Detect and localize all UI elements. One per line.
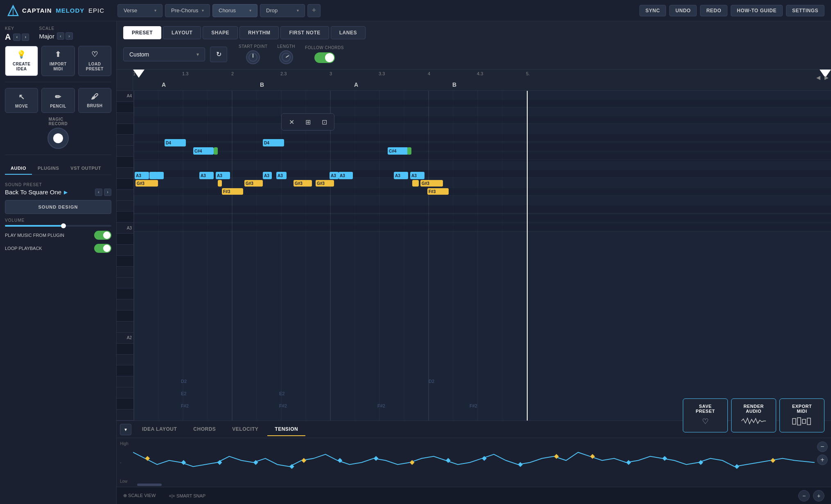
follow-chords-toggle[interactable] <box>314 52 335 63</box>
magic-record-button[interactable] <box>47 128 69 149</box>
preset-tab-lanes[interactable]: LANES <box>331 26 366 39</box>
start-point-knob[interactable] <box>246 50 260 64</box>
note-a3-10[interactable]: A3 <box>394 172 408 179</box>
preset-next-button[interactable]: › <box>104 189 111 196</box>
preset-dropdown[interactable]: Custom ▾ <box>123 47 205 61</box>
export-midi-button[interactable]: EXPORTMIDI <box>779 398 824 432</box>
tab-verse[interactable]: Verse ▾ <box>117 4 163 17</box>
note-a3-5[interactable]: A3 <box>216 172 230 179</box>
note-a3-3[interactable] <box>156 172 164 179</box>
length-knob[interactable] <box>279 50 293 64</box>
note-a3-1[interactable]: A3 <box>135 172 149 179</box>
start-marker[interactable] <box>133 70 145 78</box>
note-gs3-2[interactable]: G#3 <box>244 180 263 187</box>
tension-high: High <box>120 441 134 446</box>
collapse-button[interactable]: ▾ <box>120 424 131 435</box>
tab-velocity[interactable]: VELOCITY <box>225 423 266 436</box>
scale-name: Major <box>39 33 54 40</box>
tab-idea-layout[interactable]: IDEA LAYOUT <box>135 423 184 436</box>
tension-zoom-out-button[interactable]: − <box>817 441 828 452</box>
svg-rect-25 <box>134 134 831 142</box>
settings-button[interactable]: SETTINGS <box>786 5 824 16</box>
preset-prev-button[interactable]: ‹ <box>95 189 102 196</box>
sound-preset-row: Back To Square One ▶ ‹ › <box>5 189 111 196</box>
note-cs4-1[interactable]: C#4 <box>193 147 214 155</box>
bar-3: 3 <box>330 71 332 76</box>
note-d4-2[interactable]: D4 <box>263 139 284 146</box>
scale-view-text[interactable]: ⊕ SCALE VIEW <box>123 493 156 498</box>
note-a3-6[interactable]: A3 <box>330 172 339 179</box>
preset-tab-first-note[interactable]: FIRST NOTE <box>280 26 329 39</box>
sidebar-tab-vst-output[interactable]: VST OUTPUT <box>65 162 107 175</box>
key-next-button[interactable]: › <box>22 34 29 41</box>
scale-next-button[interactable]: › <box>65 32 73 40</box>
brush-tool-button[interactable]: 🖌 BRUSH <box>78 88 111 113</box>
note-d4-1[interactable]: D4 <box>165 139 186 146</box>
scroll-right-button[interactable]: ▶ <box>824 74 829 81</box>
add-section-button[interactable]: + <box>307 4 321 17</box>
tab-tension[interactable]: TENSION <box>267 423 305 436</box>
note-fs3-2[interactable]: F#3 <box>427 188 449 195</box>
undo-button[interactable]: UNDO <box>669 5 697 16</box>
note-a3-4[interactable]: A3 <box>199 172 214 179</box>
save-preset-button[interactable]: SAVEPRESET ♡ <box>683 398 728 432</box>
note-gs3-small[interactable] <box>218 180 222 187</box>
scroll-left-button[interactable]: ◀ <box>816 74 820 81</box>
zoom-out-button[interactable]: − <box>798 490 810 502</box>
expand-button[interactable]: ⊡ <box>318 116 330 128</box>
sync-button[interactable]: SYNC <box>639 5 666 16</box>
key-a2: A2 <box>117 333 133 344</box>
smart-snap-text[interactable]: +|+ SMART SNAP <box>169 493 205 498</box>
bar-5: 5. <box>526 71 530 76</box>
grid-area[interactable]: F#2 F#2 F#2 F#2 E2 E2 D2 D2 A3 G#3 D4 <box>134 91 831 421</box>
volume-slider[interactable] <box>5 225 111 227</box>
preset-tab-shape[interactable]: SHAPE <box>203 26 238 39</box>
preset-tab-preset[interactable]: PRESET <box>123 26 161 39</box>
note-cs4-end[interactable] <box>214 147 218 155</box>
grid-view-button[interactable]: ⊞ <box>302 116 314 128</box>
tab-pre-chorus[interactable]: Pre-Chorus ▾ <box>165 4 210 17</box>
note-cs4-2-end[interactable] <box>407 147 411 155</box>
how-to-guide-button[interactable]: HOW-TO GUIDE <box>731 5 783 16</box>
note-gs3-3[interactable]: G#3 <box>294 180 312 187</box>
tab-chorus[interactable]: Chorus ▾ <box>212 4 257 17</box>
note-a3-7[interactable]: A3 <box>263 172 272 179</box>
note-a3-8[interactable]: A3 <box>339 172 353 179</box>
move-tool-button[interactable]: ↖ MOVE <box>5 88 38 113</box>
close-selection-button[interactable]: ✕ <box>286 116 297 128</box>
note-gs3-5[interactable] <box>412 180 419 187</box>
sound-design-button[interactable]: SOUND DESIGN <box>5 200 111 214</box>
tab-chords[interactable]: CHORDS <box>186 423 223 436</box>
start-point-label: START POINT <box>239 44 268 49</box>
key-prev-button[interactable]: ‹ <box>13 34 20 41</box>
note-gs3-4[interactable]: G#3 <box>316 180 334 187</box>
note-gs3-6[interactable]: G#3 <box>420 180 443 187</box>
zoom-in-button[interactable]: + <box>813 490 824 502</box>
tension-scrollbar-thumb[interactable] <box>137 484 162 486</box>
sidebar-tab-audio[interactable]: AUDIO <box>5 162 32 175</box>
refresh-button[interactable]: ↻ <box>210 47 227 62</box>
render-audio-button[interactable]: RENDERAUDIO <box>731 398 776 432</box>
load-preset-button[interactable]: ♡ LOADPRESET <box>78 46 111 76</box>
note-cs4-2[interactable]: C#4 <box>388 147 408 155</box>
note-a3-9[interactable]: A3 <box>276 172 287 179</box>
pencil-tool-button[interactable]: ✏ PENCIL <box>41 88 75 113</box>
preset-tab-rhythm[interactable]: RHYTHM <box>239 26 279 39</box>
note-a3-11[interactable]: A3 <box>410 172 425 179</box>
svg-marker-52 <box>374 456 379 461</box>
key-fs2 <box>117 365 133 376</box>
scale-prev-button[interactable]: ‹ <box>57 32 64 40</box>
chevron-down-icon: ▾ <box>297 8 299 13</box>
loop-playback-toggle[interactable] <box>94 244 111 253</box>
tab-drop[interactable]: Drop ▾ <box>260 4 305 17</box>
create-idea-button[interactable]: 💡 CREATEIDEA <box>5 46 38 76</box>
note-gs3-1[interactable]: G#3 <box>135 180 158 187</box>
sidebar-tab-plugins[interactable]: PLUGINS <box>32 162 65 175</box>
tension-zoom-in-button[interactable]: + <box>817 454 828 465</box>
svg-marker-60 <box>662 456 667 461</box>
preset-tab-layout[interactable]: LAYOUT <box>163 26 201 39</box>
note-fs3-1[interactable]: F#3 <box>222 188 243 195</box>
redo-button[interactable]: REDO <box>700 5 727 16</box>
play-music-toggle[interactable] <box>94 231 111 240</box>
import-midi-button[interactable]: ⬆ IMPORTMIDI <box>41 46 75 76</box>
